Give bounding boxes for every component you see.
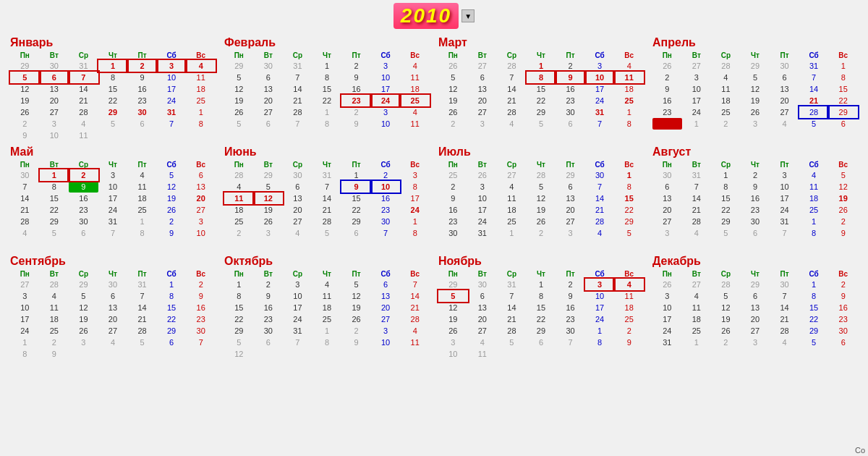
list-item: 9 [828,227,858,239]
list-item: 26 [69,325,98,337]
list-item [556,239,585,250]
list-item: 19 [711,313,741,325]
list-item: 29 [799,325,829,337]
list-item: 19 [438,313,468,325]
list-item: 11 [614,290,644,302]
list-item: 7 [371,227,401,239]
list-item: 6 [341,227,371,239]
table-row [652,239,858,250]
list-item: 11 [799,181,829,193]
list-item: 6 [556,181,585,193]
list-item: 20 [40,95,69,106]
list-item: 11 [224,193,254,204]
list-item: 18 [614,83,644,95]
list-item [828,130,858,141]
list-item: 8 [312,337,342,348]
header-wed: Ср [711,269,741,279]
list-item [711,239,741,250]
header-tue: Вт [40,160,69,169]
list-item: 7 [400,279,430,290]
table-row: 12 13 14 15 16 17 18 [438,83,644,95]
list-item [497,239,527,250]
table-row: 17 18 19 20 21 22 23 [652,313,858,325]
list-item [283,348,312,360]
list-item: 8 [400,227,430,239]
list-item [682,348,712,360]
header-thu: Чт [312,269,342,279]
list-item: 30 [770,279,799,290]
list-item [98,239,128,250]
list-item: 29 [614,216,644,227]
list-item: 24 [98,204,128,216]
list-item [682,130,712,141]
list-item: 11 [40,302,69,313]
list-item: 1 [224,279,254,290]
header-sat: Сб [585,269,615,279]
header-sun: Вс [400,51,430,60]
list-item: 2 [341,60,371,72]
calendar-table-june: Пн Вт Ср Чт Пт Сб Вс 28 29 30 31 1 2 3 [224,160,430,250]
header-tue: Вт [682,160,712,169]
list-item [254,239,284,250]
calendar-table-september: Пн Вт Ср Чт Пт Сб Вс 27 28 29 30 31 1 [10,269,216,360]
list-item: 5 [157,169,187,181]
list-item [741,239,770,250]
list-item: 31 [652,337,682,348]
list-item: 30 [186,325,216,337]
list-item [652,239,682,250]
calendar-table-october: Пн Вт Ср Чт Пт Сб Вс 1 2 3 4 5 6 7 [224,269,430,360]
top-bar: 2010 ▼ [0,0,868,33]
list-item: 3 [400,169,430,181]
list-item: 4 [614,279,644,290]
table-row [10,239,216,250]
header-wed: Ср [497,269,527,279]
list-item: 10 [468,193,498,204]
list-item: 10 [652,302,682,313]
list-item: 4 [770,118,799,130]
list-item: 2 [741,169,770,181]
list-item: 30 [652,169,682,181]
list-item: 19 [69,313,98,325]
list-item: 4 [400,60,430,72]
list-item: 8 [585,337,615,348]
list-item: 8 [614,181,644,193]
list-item [770,130,799,141]
list-item: 7 [283,118,312,130]
list-item: 14 [400,290,430,302]
list-item [224,130,254,141]
list-item: 29 [98,106,128,118]
year-banner: 2010 [393,3,459,29]
list-item: 6 [371,279,401,290]
list-item: 26 [157,204,187,216]
list-item: 12 [224,348,254,360]
list-item: 27 [770,106,799,118]
list-item: 14 [770,302,799,313]
list-item: 2 [254,279,284,290]
list-item: 6 [770,72,799,83]
table-row: 2 3 4 5 6 7 8 [652,72,858,83]
header-wed: Ср [283,160,312,169]
list-item: 4 [682,290,712,302]
table-row: 29 30 31 1 2 3 4 [224,325,430,337]
list-item: 26 [652,60,682,72]
list-item: 10 [371,337,401,348]
list-item: 31 [283,60,312,72]
list-item: 21 [799,95,829,106]
header-wed: Ср [711,51,741,60]
year-dropdown-button[interactable]: ▼ [461,9,475,22]
list-item: 30 [69,216,98,227]
list-item [186,130,216,141]
list-item: 6 [468,290,498,302]
list-item: 4 [224,181,254,193]
list-item: 18 [40,313,69,325]
table-row: 8 9 [10,348,216,360]
list-item: 3 [371,325,401,337]
table-row: 19 20 21 22 23 24 25 [10,95,216,106]
list-item: 13 [283,193,312,204]
list-item: 4 [497,118,527,130]
header-mon: Пн [224,160,254,169]
header-fri: Пт [341,269,371,279]
list-item: 29 [10,60,40,72]
table-row: 12 [224,348,430,360]
list-item: 5 [741,72,770,83]
